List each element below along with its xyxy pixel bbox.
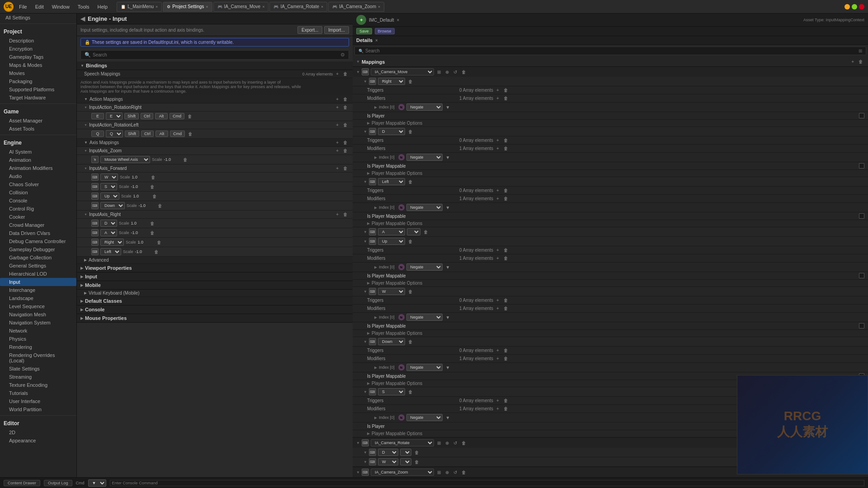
menu-file[interactable]: File: [15, 3, 31, 10]
a-dropdown[interactable]: A: [100, 229, 117, 236]
cm-icon3[interactable]: ↺: [452, 69, 458, 75]
is-player-checkbox-2[interactable]: [859, 163, 864, 169]
alt-btn[interactable]: Alt: [155, 113, 168, 119]
sidebar-item-supported-platforms[interactable]: Supported Platforms: [0, 85, 76, 94]
up-key-sel[interactable]: Up: [378, 238, 405, 245]
rotate-d-dir[interactable]: ↓: [400, 449, 411, 456]
cz-del-btn[interactable]: 🗑: [460, 469, 467, 475]
is-player-checkbox-5[interactable]: [859, 323, 864, 328]
advanced-section[interactable]: ▶ Advanced: [77, 257, 353, 264]
key-e-dropdown[interactable]: E: [106, 113, 123, 120]
sidebar-item-rendering[interactable]: Rendering: [0, 343, 76, 351]
rotate-d-del[interactable]: 🗑: [413, 450, 420, 455]
down-dropdown[interactable]: Down: [100, 202, 125, 209]
a-entry-del[interactable]: 🗑: [422, 229, 429, 235]
tab-close-zoom[interactable]: ×: [378, 5, 380, 9]
cr-del-btn[interactable]: 🗑: [460, 440, 467, 446]
left-dropdown[interactable]: Left: [100, 248, 121, 255]
player-mappable-row-1[interactable]: ▶ Player Mappable Options: [353, 120, 868, 127]
group-camera-move-header[interactable]: ▼ ⌨ IA_Camera_Move ⊞ ⊕ ↺ 🗑: [353, 67, 868, 77]
sidebar-all-settings[interactable]: All Settings: [0, 14, 76, 22]
negate-sel-3[interactable]: Negate: [406, 204, 443, 211]
right-entry-arrow[interactable]: ▼: [363, 80, 367, 84]
negate-extra-1[interactable]: ▼: [444, 104, 452, 110]
right-key-del[interactable]: 🗑: [156, 239, 163, 245]
triggers-add-7[interactable]: +: [495, 398, 500, 404]
details-close[interactable]: ×: [375, 38, 378, 43]
forward-add[interactable]: +: [335, 165, 340, 171]
axis-del-btn[interactable]: 🗑: [342, 140, 349, 145]
camera-rotate-expand[interactable]: ▼: [356, 441, 360, 445]
up-del[interactable]: 🗑: [151, 193, 158, 199]
cmd-btn-q[interactable]: Cmd: [170, 131, 185, 137]
imc-save-button[interactable]: Save: [356, 28, 372, 34]
sidebar-item-cooker[interactable]: Cooker: [0, 213, 76, 221]
sidebar-item-2d[interactable]: 2D: [0, 428, 76, 436]
center-search-input[interactable]: [93, 52, 339, 57]
mappings-add-btn[interactable]: +: [850, 59, 855, 65]
sidebar-item-interchange[interactable]: Interchange: [0, 286, 76, 294]
modifiers-del-1[interactable]: 🗑: [502, 95, 509, 101]
s-entry-arrow[interactable]: ▼: [363, 390, 367, 394]
sidebar-item-general-settings[interactable]: General Settings: [0, 262, 76, 270]
camera-move-expand[interactable]: ▼: [356, 70, 360, 74]
rotate-d-sel[interactable]: D: [378, 449, 398, 456]
sidebar-item-maps-modes[interactable]: Maps & Modes: [0, 61, 76, 69]
cz-icon2[interactable]: ⊕: [444, 469, 450, 475]
back-arrow-icon[interactable]: ◀: [80, 15, 85, 22]
maximize-button[interactable]: [852, 4, 857, 9]
sidebar-item-texture-encoding[interactable]: Texture Encoding: [0, 381, 76, 389]
s-key-sel[interactable]: S: [378, 388, 405, 395]
negate-expand-5[interactable]: ▶: [374, 315, 377, 319]
tab-camera-rotate[interactable]: 🎮 IA_Camera_Rotate ×: [269, 2, 327, 12]
negate-sel-7[interactable]: Negate: [406, 414, 443, 421]
left-key-sel[interactable]: Left: [378, 178, 405, 185]
sidebar-item-crowd-manager[interactable]: Crowd Manager: [0, 221, 76, 229]
import-button[interactable]: Import...: [324, 26, 349, 34]
sidebar-item-world-partition[interactable]: World Partition: [0, 405, 76, 413]
triggers-del-1[interactable]: 🗑: [502, 87, 509, 93]
sidebar-item-input[interactable]: Input: [0, 278, 76, 286]
negate-extra-7[interactable]: ▼: [444, 415, 452, 421]
bindings-section-header[interactable]: ▼ Bindings: [77, 61, 353, 70]
triggers-del-7[interactable]: 🗑: [502, 398, 509, 404]
key-q-dropdown[interactable]: Q: [106, 130, 123, 137]
cmd-dropdown[interactable]: ▼: [88, 479, 106, 487]
right-add[interactable]: +: [335, 211, 340, 217]
rotation-right-del[interactable]: 🗑: [342, 104, 349, 110]
sidebar-item-asset-manager[interactable]: Asset Manager: [0, 117, 76, 125]
rotation-right-add[interactable]: +: [335, 104, 340, 110]
mappings-expand[interactable]: ▼: [356, 60, 360, 64]
w-entry-arrow[interactable]: ▼: [363, 290, 367, 294]
sidebar-item-network[interactable]: Network: [0, 327, 76, 335]
sidebar-item-ai-system[interactable]: AI System: [0, 148, 76, 156]
minimize-button[interactable]: [844, 4, 850, 9]
negate-extra-3[interactable]: ▼: [444, 205, 452, 211]
sidebar-item-navigation-system[interactable]: Navigation System: [0, 319, 76, 327]
speech-add-btn[interactable]: +: [335, 71, 340, 77]
right-del[interactable]: 🗑: [342, 211, 349, 217]
sidebar-item-control-rig[interactable]: Control Rig: [0, 205, 76, 213]
a-dir-sel[interactable]: ↑: [407, 228, 420, 235]
modifiers-add-5[interactable]: +: [495, 305, 500, 311]
details-search-input[interactable]: [365, 48, 857, 53]
negate-expand-4[interactable]: ▶: [374, 265, 377, 269]
zoom-del[interactable]: 🗑: [342, 148, 349, 154]
viewport-properties-header[interactable]: ▶ Viewport Properties: [77, 264, 353, 272]
key-e-indicator[interactable]: E: [91, 113, 104, 119]
sidebar-item-movies[interactable]: Movies: [0, 69, 76, 77]
imc-browse-button[interactable]: Browse: [375, 28, 395, 34]
triggers-add-5[interactable]: +: [495, 297, 500, 303]
menu-edit[interactable]: Edit: [32, 3, 47, 10]
rotate-w-sel[interactable]: W: [378, 458, 398, 465]
modifiers-add-7[interactable]: +: [495, 406, 500, 412]
sidebar-item-hierarchical-lod[interactable]: Hierarchical LOD: [0, 270, 76, 278]
s-del[interactable]: 🗑: [149, 184, 156, 190]
negate-expand-3[interactable]: ▶: [374, 206, 377, 210]
tab-close-rotate[interactable]: ×: [321, 5, 323, 9]
d-entry-arrow[interactable]: ▼: [363, 130, 367, 134]
cr-icon2[interactable]: ⊕: [444, 440, 450, 446]
modifiers-del-3[interactable]: 🗑: [502, 196, 509, 202]
details-grid-btn[interactable]: ⊞: [859, 48, 862, 53]
modifiers-add-3[interactable]: +: [495, 196, 500, 202]
